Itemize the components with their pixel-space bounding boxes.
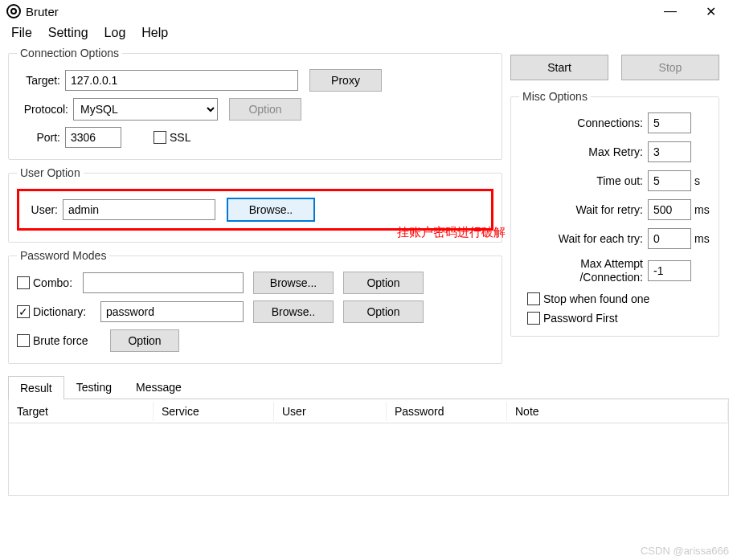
- menu-help[interactable]: Help: [141, 26, 168, 40]
- user-option-legend: User Option: [17, 166, 84, 179]
- th-target[interactable]: Target: [9, 402, 154, 421]
- wait-each-unit: ms: [691, 232, 710, 245]
- ssl-label: SSL: [170, 131, 190, 144]
- results-tabs-area: Result Testing Message Target Service Us…: [0, 375, 737, 496]
- user-label: User:: [27, 203, 63, 216]
- password-modes-group: Password Modes Combo: Browse... Option D…: [8, 249, 502, 364]
- combo-label: Combo:: [33, 276, 83, 289]
- th-password[interactable]: Password: [387, 402, 507, 421]
- menu-setting[interactable]: Setting: [48, 26, 88, 40]
- dictionary-option-button[interactable]: Option: [343, 300, 424, 323]
- timeout-input[interactable]: [648, 170, 691, 191]
- max-attempt-input[interactable]: [648, 260, 691, 281]
- tab-testing[interactable]: Testing: [64, 375, 124, 399]
- table-body: [8, 423, 729, 496]
- stop-button[interactable]: Stop: [621, 55, 719, 80]
- wait-retry-label: Wait for retry:: [576, 203, 649, 216]
- connection-options-group: Connection Options Target: Proxy Protoco…: [8, 47, 502, 160]
- start-button[interactable]: Start: [510, 55, 608, 80]
- port-label: Port:: [17, 131, 65, 144]
- user-input[interactable]: [63, 199, 215, 220]
- max-retry-label: Max Retry:: [588, 145, 648, 158]
- menubar: File Setting Log Help: [0, 22, 737, 47]
- connections-input[interactable]: [648, 112, 691, 133]
- watermark: CSDN @arissa666: [641, 545, 729, 557]
- dictionary-checkbox[interactable]: [17, 305, 30, 318]
- misc-options-group: Misc Options Connections: Max Retry: Tim…: [510, 90, 719, 337]
- protocol-select[interactable]: MySQL: [73, 98, 218, 121]
- wait-retry-input[interactable]: [648, 199, 691, 220]
- protocol-label: Protocol:: [17, 103, 73, 116]
- tab-result[interactable]: Result: [8, 376, 64, 399]
- password-modes-legend: Password Modes: [17, 249, 109, 262]
- combo-input[interactable]: [83, 272, 244, 293]
- target-label: Target:: [17, 74, 65, 87]
- annotation-text: 挂账户密码进行破解: [397, 225, 506, 240]
- max-retry-input[interactable]: [648, 141, 691, 162]
- user-option-group: User Option User: Browse.. 挂账户密码进行破解: [8, 166, 502, 243]
- minimize-button[interactable]: —: [658, 3, 682, 19]
- window-controls: — ✕: [658, 3, 723, 19]
- timeout-label: Time out:: [596, 174, 648, 187]
- close-button[interactable]: ✕: [698, 3, 723, 19]
- brute-force-label: Brute force: [33, 334, 110, 347]
- window-title: Bruter: [26, 5, 658, 18]
- menu-log[interactable]: Log: [104, 26, 126, 40]
- dictionary-browse-button[interactable]: Browse..: [253, 300, 334, 323]
- timeout-unit: s: [691, 174, 710, 187]
- wait-retry-unit: ms: [691, 203, 710, 216]
- combo-checkbox[interactable]: [17, 276, 30, 289]
- wait-each-input[interactable]: [648, 228, 691, 249]
- user-browse-button[interactable]: Browse..: [227, 198, 315, 222]
- ssl-checkbox[interactable]: [154, 131, 166, 144]
- proxy-button[interactable]: Proxy: [309, 69, 382, 92]
- th-user[interactable]: User: [274, 402, 387, 421]
- connections-label: Connections:: [577, 116, 648, 129]
- protocol-option-button[interactable]: Option: [229, 98, 301, 121]
- brute-force-checkbox[interactable]: [17, 334, 30, 347]
- max-attempt-label: Max Attempt/Connection:: [579, 257, 648, 284]
- dictionary-input[interactable]: [100, 301, 244, 322]
- tab-strip: Result Testing Message: [8, 375, 729, 399]
- target-input[interactable]: [65, 70, 298, 91]
- th-note[interactable]: Note: [507, 402, 728, 421]
- wait-each-label: Wait for each try:: [559, 232, 648, 245]
- port-input[interactable]: [65, 127, 121, 148]
- misc-legend: Misc Options: [519, 90, 591, 103]
- combo-browse-button[interactable]: Browse...: [253, 272, 334, 294]
- titlebar: Bruter — ✕: [0, 0, 737, 22]
- connection-legend: Connection Options: [17, 47, 122, 59]
- menu-file[interactable]: File: [11, 26, 32, 40]
- password-first-label: Password First: [543, 312, 618, 325]
- brute-option-button[interactable]: Option: [110, 329, 179, 352]
- combo-option-button[interactable]: Option: [343, 272, 424, 294]
- stop-found-checkbox[interactable]: [527, 292, 540, 305]
- dictionary-label: Dictionary:: [33, 305, 100, 318]
- app-icon: [6, 4, 21, 18]
- table-header: Target Service User Password Note: [8, 399, 729, 423]
- th-service[interactable]: Service: [154, 402, 274, 421]
- password-first-checkbox[interactable]: [527, 312, 540, 325]
- stop-found-label: Stop when found one: [543, 292, 649, 305]
- tab-message[interactable]: Message: [124, 375, 194, 399]
